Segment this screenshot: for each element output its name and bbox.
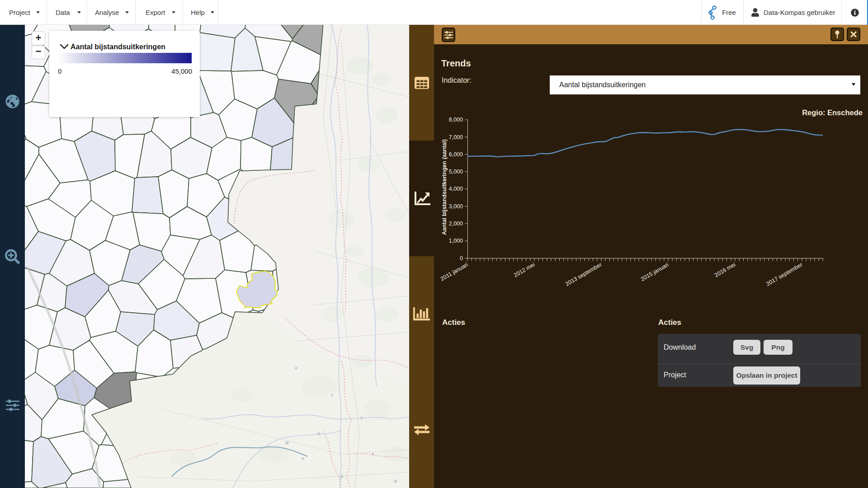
svg-text:6,000: 6,000 xyxy=(449,151,463,158)
svg-text:3,000: 3,000 xyxy=(449,203,463,210)
svg-text:2,000: 2,000 xyxy=(449,221,463,227)
svg-text:1,000: 1,000 xyxy=(449,238,463,244)
svg-text:2011 januari: 2011 januari xyxy=(439,261,469,282)
svg-text:Aantal bijstandsuitkeringen (a: Aantal bijstandsuitkeringen (aantal) xyxy=(441,139,448,235)
svg-text:2013 september: 2013 september xyxy=(564,261,603,287)
svg-text:2015 januari: 2015 januari xyxy=(640,261,670,282)
svg-text:2017 september: 2017 september xyxy=(765,261,803,287)
svg-text:2012 mei: 2012 mei xyxy=(513,261,536,278)
svg-text:2016 mei: 2016 mei xyxy=(713,261,737,278)
svg-text:4,000: 4,000 xyxy=(449,186,463,192)
svg-text:8,000: 8,000 xyxy=(449,117,463,123)
svg-text:0: 0 xyxy=(460,255,463,262)
svg-text:5,000: 5,000 xyxy=(449,169,463,175)
svg-text:7,000: 7,000 xyxy=(449,134,463,141)
